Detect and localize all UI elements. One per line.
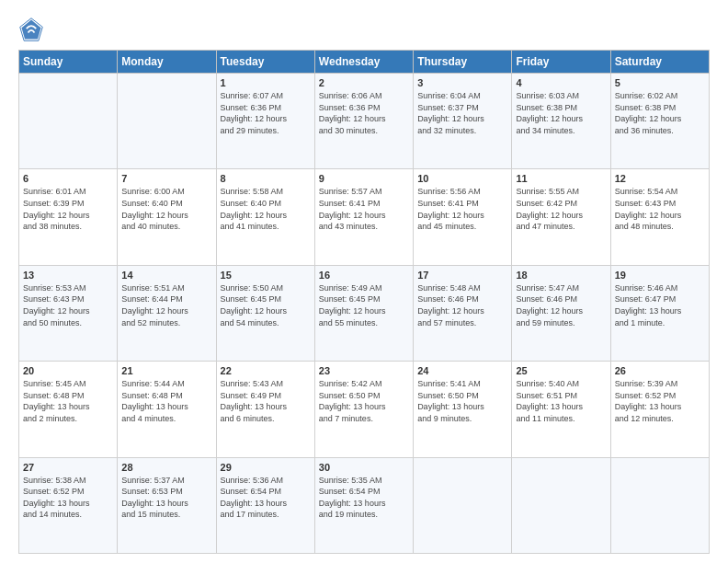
calendar-cell: 17Sunrise: 5:48 AM Sunset: 6:46 PM Dayli…: [414, 265, 512, 361]
cell-info: Sunrise: 5:48 AM Sunset: 6:46 PM Dayligh…: [417, 282, 507, 328]
day-number: 5: [615, 77, 705, 88]
cell-info: Sunrise: 5:51 AM Sunset: 6:44 PM Dayligh…: [121, 282, 211, 328]
weekday-header: Monday: [118, 51, 216, 74]
calendar-cell: [610, 457, 709, 553]
cell-info: Sunrise: 5:58 AM Sunset: 6:40 PM Dayligh…: [221, 186, 311, 232]
calendar-cell: 10Sunrise: 5:56 AM Sunset: 6:41 PM Dayli…: [414, 169, 512, 265]
cell-info: Sunrise: 5:57 AM Sunset: 6:41 PM Dayligh…: [319, 186, 409, 232]
calendar-cell: 13Sunrise: 5:53 AM Sunset: 6:43 PM Dayli…: [19, 265, 118, 361]
calendar-cell: 30Sunrise: 5:35 AM Sunset: 6:54 PM Dayli…: [314, 457, 413, 553]
header: [18, 17, 710, 42]
calendar-cell: 8Sunrise: 5:58 AM Sunset: 6:40 PM Daylig…: [216, 169, 314, 265]
calendar-cell: 3Sunrise: 6:04 AM Sunset: 6:37 PM Daylig…: [414, 74, 512, 169]
day-number: 12: [615, 173, 705, 184]
header-row: SundayMondayTuesdayWednesdayThursdayFrid…: [19, 51, 710, 74]
day-number: 9: [319, 173, 409, 184]
day-number: 23: [319, 365, 409, 376]
cell-info: Sunrise: 6:01 AM Sunset: 6:39 PM Dayligh…: [23, 186, 113, 232]
cell-info: Sunrise: 5:54 AM Sunset: 6:43 PM Dayligh…: [615, 186, 705, 232]
day-number: 6: [23, 173, 113, 184]
weekday-header: Sunday: [19, 51, 118, 74]
cell-info: Sunrise: 6:02 AM Sunset: 6:38 PM Dayligh…: [615, 90, 705, 136]
cell-info: Sunrise: 5:50 AM Sunset: 6:45 PM Dayligh…: [221, 282, 311, 328]
cell-info: Sunrise: 5:40 AM Sunset: 6:51 PM Dayligh…: [516, 378, 606, 424]
calendar-cell: 24Sunrise: 5:41 AM Sunset: 6:50 PM Dayli…: [414, 362, 512, 457]
cell-info: Sunrise: 5:35 AM Sunset: 6:54 PM Dayligh…: [319, 475, 409, 521]
cell-info: Sunrise: 5:49 AM Sunset: 6:45 PM Dayligh…: [319, 282, 409, 328]
weekday-header: Saturday: [610, 51, 709, 74]
day-number: 18: [516, 270, 606, 281]
calendar-cell: 9Sunrise: 5:57 AM Sunset: 6:41 PM Daylig…: [314, 169, 413, 265]
day-number: 29: [221, 462, 311, 473]
calendar-cell: 18Sunrise: 5:47 AM Sunset: 6:46 PM Dayli…: [512, 265, 610, 361]
cell-info: Sunrise: 5:39 AM Sunset: 6:52 PM Dayligh…: [615, 378, 705, 424]
logo-icon: [18, 17, 44, 42]
calendar-cell: [19, 74, 118, 169]
cell-info: Sunrise: 5:37 AM Sunset: 6:53 PM Dayligh…: [121, 475, 211, 521]
calendar-cell: 25Sunrise: 5:40 AM Sunset: 6:51 PM Dayli…: [512, 362, 610, 457]
weekday-header: Tuesday: [216, 51, 314, 74]
calendar-cell: 21Sunrise: 5:44 AM Sunset: 6:48 PM Dayli…: [118, 362, 216, 457]
cell-info: Sunrise: 5:46 AM Sunset: 6:47 PM Dayligh…: [615, 282, 705, 328]
calendar-cell: 26Sunrise: 5:39 AM Sunset: 6:52 PM Dayli…: [610, 362, 709, 457]
cell-info: Sunrise: 5:53 AM Sunset: 6:43 PM Dayligh…: [23, 282, 113, 328]
day-number: 19: [615, 270, 705, 281]
calendar-cell: 11Sunrise: 5:55 AM Sunset: 6:42 PM Dayli…: [512, 169, 610, 265]
day-number: 17: [417, 270, 507, 281]
day-number: 25: [516, 365, 606, 376]
cell-info: Sunrise: 6:03 AM Sunset: 6:38 PM Dayligh…: [516, 90, 606, 136]
cell-info: Sunrise: 5:38 AM Sunset: 6:52 PM Dayligh…: [23, 475, 113, 521]
week-row: 27Sunrise: 5:38 AM Sunset: 6:52 PM Dayli…: [19, 457, 710, 553]
cell-info: Sunrise: 5:55 AM Sunset: 6:42 PM Dayligh…: [516, 186, 606, 232]
cell-info: Sunrise: 5:56 AM Sunset: 6:41 PM Dayligh…: [417, 186, 507, 232]
calendar-cell: 4Sunrise: 6:03 AM Sunset: 6:38 PM Daylig…: [512, 74, 610, 169]
cell-info: Sunrise: 6:00 AM Sunset: 6:40 PM Dayligh…: [121, 186, 211, 232]
calendar: SundayMondayTuesdayWednesdayThursdayFrid…: [18, 50, 710, 554]
cell-info: Sunrise: 5:42 AM Sunset: 6:50 PM Dayligh…: [319, 378, 409, 424]
calendar-cell: 6Sunrise: 6:01 AM Sunset: 6:39 PM Daylig…: [19, 169, 118, 265]
cell-info: Sunrise: 6:06 AM Sunset: 6:36 PM Dayligh…: [319, 90, 409, 136]
day-number: 7: [121, 173, 211, 184]
calendar-cell: [512, 457, 610, 553]
cell-info: Sunrise: 6:07 AM Sunset: 6:36 PM Dayligh…: [221, 90, 311, 136]
cell-info: Sunrise: 5:36 AM Sunset: 6:54 PM Dayligh…: [221, 475, 311, 521]
week-row: 20Sunrise: 5:45 AM Sunset: 6:48 PM Dayli…: [19, 362, 710, 457]
calendar-cell: 27Sunrise: 5:38 AM Sunset: 6:52 PM Dayli…: [19, 457, 118, 553]
day-number: 16: [319, 270, 409, 281]
day-number: 10: [417, 173, 507, 184]
day-number: 2: [319, 77, 409, 88]
day-number: 21: [121, 365, 211, 376]
day-number: 26: [615, 365, 705, 376]
day-number: 24: [417, 365, 507, 376]
cell-info: Sunrise: 5:43 AM Sunset: 6:49 PM Dayligh…: [221, 378, 311, 424]
week-row: 6Sunrise: 6:01 AM Sunset: 6:39 PM Daylig…: [19, 169, 710, 265]
calendar-cell: 2Sunrise: 6:06 AM Sunset: 6:36 PM Daylig…: [314, 74, 413, 169]
day-number: 28: [121, 462, 211, 473]
day-number: 3: [417, 77, 507, 88]
calendar-cell: 15Sunrise: 5:50 AM Sunset: 6:45 PM Dayli…: [216, 265, 314, 361]
calendar-cell: 16Sunrise: 5:49 AM Sunset: 6:45 PM Dayli…: [314, 265, 413, 361]
calendar-cell: 12Sunrise: 5:54 AM Sunset: 6:43 PM Dayli…: [610, 169, 709, 265]
day-number: 11: [516, 173, 606, 184]
calendar-cell: 29Sunrise: 5:36 AM Sunset: 6:54 PM Dayli…: [216, 457, 314, 553]
cell-info: Sunrise: 6:04 AM Sunset: 6:37 PM Dayligh…: [417, 90, 507, 136]
calendar-cell: 20Sunrise: 5:45 AM Sunset: 6:48 PM Dayli…: [19, 362, 118, 457]
day-number: 13: [23, 270, 113, 281]
day-number: 1: [221, 77, 311, 88]
day-number: 20: [23, 365, 113, 376]
calendar-cell: 7Sunrise: 6:00 AM Sunset: 6:40 PM Daylig…: [118, 169, 216, 265]
cell-info: Sunrise: 5:45 AM Sunset: 6:48 PM Dayligh…: [23, 378, 113, 424]
logo: [18, 17, 48, 42]
day-number: 14: [121, 270, 211, 281]
week-row: 13Sunrise: 5:53 AM Sunset: 6:43 PM Dayli…: [19, 265, 710, 361]
day-number: 8: [221, 173, 311, 184]
cell-info: Sunrise: 5:47 AM Sunset: 6:46 PM Dayligh…: [516, 282, 606, 328]
calendar-cell: 19Sunrise: 5:46 AM Sunset: 6:47 PM Dayli…: [610, 265, 709, 361]
weekday-header: Wednesday: [314, 51, 413, 74]
cell-info: Sunrise: 5:41 AM Sunset: 6:50 PM Dayligh…: [417, 378, 507, 424]
day-number: 4: [516, 77, 606, 88]
day-number: 27: [23, 462, 113, 473]
calendar-cell: [118, 74, 216, 169]
week-row: 1Sunrise: 6:07 AM Sunset: 6:36 PM Daylig…: [19, 74, 710, 169]
calendar-cell: 28Sunrise: 5:37 AM Sunset: 6:53 PM Dayli…: [118, 457, 216, 553]
